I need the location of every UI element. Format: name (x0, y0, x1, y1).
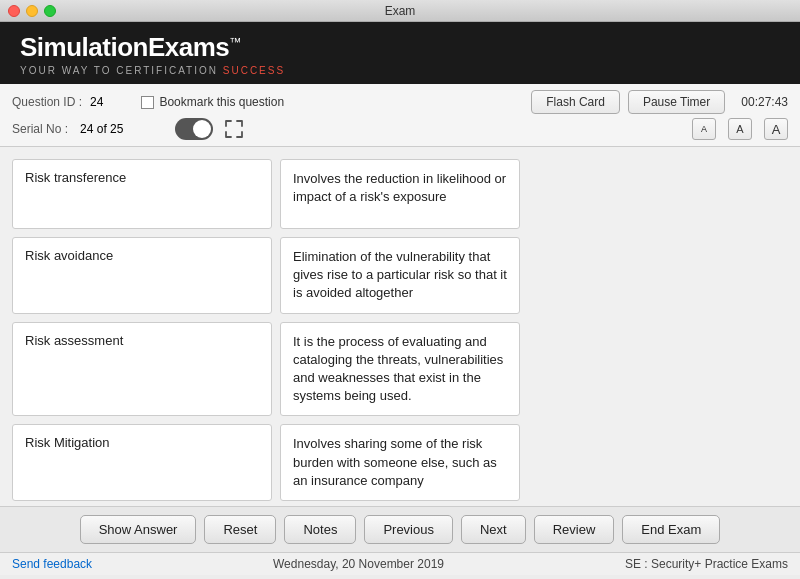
toggle-knob (193, 120, 211, 138)
end-exam-button[interactable]: End Exam (622, 515, 720, 544)
feedback-link[interactable]: Send feedback (12, 557, 92, 571)
toolbar: Question ID : 24 Bookmark this question … (0, 84, 800, 147)
brand-name: SimulationExams™ (20, 32, 780, 63)
maximize-button[interactable] (44, 5, 56, 17)
font-small-button[interactable]: A (692, 118, 716, 140)
window-title: Exam (385, 4, 416, 18)
review-button[interactable]: Review (534, 515, 615, 544)
flashcard-def-2: It is the process of evaluating and cata… (280, 322, 520, 417)
previous-button[interactable]: Previous (364, 515, 453, 544)
traffic-lights (8, 5, 56, 17)
flashcard-term-0: Risk transference (12, 159, 272, 229)
question-id-label: Question ID : (12, 95, 82, 109)
next-button[interactable]: Next (461, 515, 526, 544)
reset-button[interactable]: Reset (204, 515, 276, 544)
close-button[interactable] (8, 5, 20, 17)
flashcard-term-1: Risk avoidance (12, 237, 272, 314)
serial-no-value: 24 of 25 (80, 122, 123, 136)
notes-button[interactable]: Notes (284, 515, 356, 544)
minimize-button[interactable] (26, 5, 38, 17)
bottom-bar: Show Answer Reset Notes Previous Next Re… (0, 506, 800, 552)
font-large-button[interactable]: A (764, 118, 788, 140)
bookmark-label: Bookmark this question (159, 95, 284, 109)
serial-no-label: Serial No : (12, 122, 68, 136)
bookmark-checkbox[interactable] (141, 96, 154, 109)
fullscreen-icon[interactable] (223, 118, 245, 140)
titlebar: Exam (0, 0, 800, 22)
main-content: Risk transferenceInvolves the reduction … (0, 147, 800, 506)
flashcard-row: Risk avoidanceElimination of the vulnera… (12, 237, 788, 314)
flashcard-row: Risk assessmentIt is the process of eval… (12, 322, 788, 417)
toggle-switch[interactable] (175, 118, 213, 140)
flashcard-term-3: Risk Mitigation (12, 424, 272, 501)
show-answer-button[interactable]: Show Answer (80, 515, 197, 544)
flashcard-def-1: Elimination of the vulnerability that gi… (280, 237, 520, 314)
question-id-value: 24 (90, 95, 103, 109)
status-exam-name: SE : Security+ Practice Exams (625, 557, 788, 571)
flashcard-row: Risk transferenceInvolves the reduction … (12, 159, 788, 229)
flashcard-def-3: Involves sharing some of the risk burden… (280, 424, 520, 501)
status-date: Wednesday, 20 November 2019 (273, 557, 444, 571)
pause-timer-button[interactable]: Pause Timer (628, 90, 725, 114)
flashcard-def-0: Involves the reduction in likelihood or … (280, 159, 520, 229)
brand-tagline: YOUR WAY TO CERTIFICATION SUCCESS (20, 65, 780, 76)
bookmark-area: Bookmark this question (141, 95, 284, 109)
flashcard-term-2: Risk assessment (12, 322, 272, 417)
flashcard-grid: Risk transferenceInvolves the reduction … (12, 159, 788, 501)
branding-area: SimulationExams™ YOUR WAY TO CERTIFICATI… (0, 22, 800, 84)
flashcard-row: Risk MitigationInvolves sharing some of … (12, 424, 788, 501)
flash-card-button[interactable]: Flash Card (531, 90, 620, 114)
font-medium-button[interactable]: A (728, 118, 752, 140)
timer-display: 00:27:43 (741, 95, 788, 109)
status-bar: Send feedback Wednesday, 20 November 201… (0, 552, 800, 575)
